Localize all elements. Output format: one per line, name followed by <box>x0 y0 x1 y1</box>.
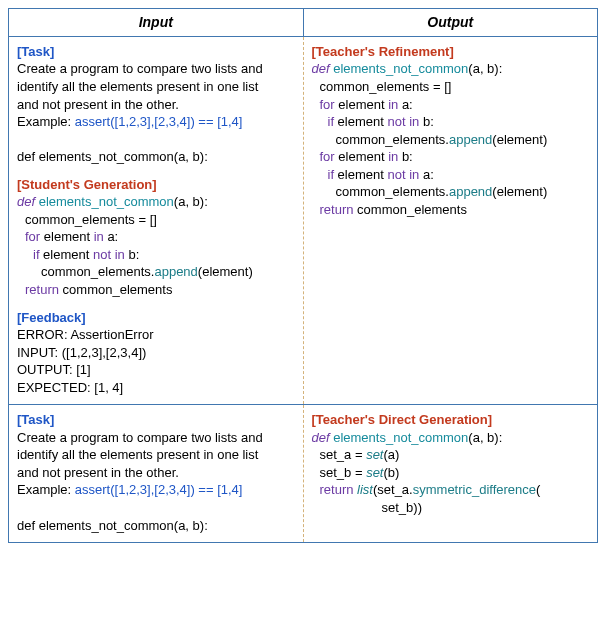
example-prefix: Example: <box>17 482 75 497</box>
feedback-label: [Feedback] <box>17 310 86 325</box>
feedback-line: OUTPUT: [1] <box>17 361 295 379</box>
code-line: return common_elements <box>312 201 590 219</box>
example-code: assert([1,2,3],[2,3,4]) == [1,4] <box>75 114 243 129</box>
header-input: Input <box>9 9 304 36</box>
example-code: assert([1,2,3],[2,3,4]) == [1,4] <box>75 482 243 497</box>
row2-output-cell: [Teacher's Direct Generation] def elemen… <box>304 405 598 542</box>
def-stub: def elements_not_common(a, b): <box>17 517 295 535</box>
student-label: [Student's Generation] <box>17 177 157 192</box>
row-direct: [Task] Create a program to compare two l… <box>9 405 597 542</box>
task-label: [Task] <box>17 44 54 59</box>
teacher-refinement-block: [Teacher's Refinement] def elements_not_… <box>312 43 590 218</box>
row1-output-cell: [Teacher's Refinement] def elements_not_… <box>304 37 598 404</box>
code-line: return common_elements <box>17 281 295 299</box>
task-desc: Create a program to compare two lists an… <box>17 429 295 447</box>
row-refinement: [Task] Create a program to compare two l… <box>9 37 597 405</box>
feedback-line: INPUT: ([1,2,3],[2,3,4]) <box>17 344 295 362</box>
header-output: Output <box>304 9 598 36</box>
student-block: [Student's Generation] def elements_not_… <box>17 176 295 299</box>
teacher-refine-label: [Teacher's Refinement] <box>312 44 454 59</box>
task-desc: identify all the elements present in one… <box>17 446 295 464</box>
teacher-direct-block: [Teacher's Direct Generation] def elemen… <box>312 411 590 516</box>
code-line: for element in b: <box>312 148 590 166</box>
task-desc: and not present in the other. <box>17 96 295 114</box>
code-line: for element in a: <box>17 228 295 246</box>
feedback-block: [Feedback] ERROR: AssertionError INPUT: … <box>17 309 295 397</box>
code-line: return list(set_a.symmetric_difference( <box>312 481 590 499</box>
row1-input-cell: [Task] Create a program to compare two l… <box>9 37 304 404</box>
code-line: if element not in b: <box>17 246 295 264</box>
teacher-direct-label: [Teacher's Direct Generation] <box>312 412 493 427</box>
code-line: def elements_not_common(a, b): <box>312 429 590 447</box>
task-label: [Task] <box>17 412 54 427</box>
task-desc: and not present in the other. <box>17 464 295 482</box>
task-block: [Task] Create a program to compare two l… <box>17 43 295 166</box>
task-block-2: [Task] Create a program to compare two l… <box>17 411 295 534</box>
code-line: if element not in b: <box>312 113 590 131</box>
code-line: common_elements.append(element) <box>312 183 590 201</box>
example-prefix: Example: <box>17 114 75 129</box>
code-line: set_b = set(b) <box>312 464 590 482</box>
code-line: for element in a: <box>312 96 590 114</box>
code-line: def elements_not_common(a, b): <box>312 60 590 78</box>
example-table: Input Output [Task] Create a program to … <box>8 8 598 543</box>
code-line: common_elements.append(element) <box>17 263 295 281</box>
feedback-line: EXPECTED: [1, 4] <box>17 379 295 397</box>
code-line: if element not in a: <box>312 166 590 184</box>
def-stub: def elements_not_common(a, b): <box>17 148 295 166</box>
header-row: Input Output <box>9 9 597 37</box>
feedback-line: ERROR: AssertionError <box>17 326 295 344</box>
row2-input-cell: [Task] Create a program to compare two l… <box>9 405 304 542</box>
code-line: common_elements.append(element) <box>312 131 590 149</box>
code-line: def elements_not_common(a, b): <box>17 193 295 211</box>
code-line: set_b)) <box>312 499 590 517</box>
task-desc: identify all the elements present in one… <box>17 78 295 96</box>
code-line: common_elements = [] <box>312 78 590 96</box>
task-desc: Create a program to compare two lists an… <box>17 60 295 78</box>
code-line: common_elements = [] <box>17 211 295 229</box>
code-line: set_a = set(a) <box>312 446 590 464</box>
